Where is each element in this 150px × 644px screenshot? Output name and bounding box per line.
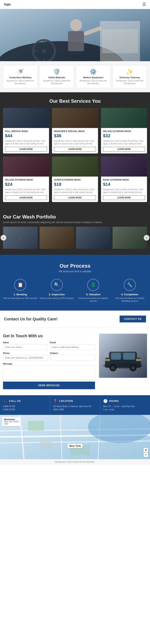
process-step-desc-0: Find out more about our SEO services bbox=[3, 297, 38, 300]
service-body-0: FULL SERVICE WASH $44 Sample text. Click… bbox=[3, 128, 49, 154]
svg-rect-11 bbox=[102, 29, 138, 53]
service-name-2: DELUXE EXTERIOR WASH bbox=[103, 130, 145, 132]
info-boxes-section: 📞 CALL US 8-800-70-5008-800-19-520 📍 LOC… bbox=[0, 395, 150, 415]
service-learn-more-4[interactable]: LEARN MORE bbox=[54, 196, 96, 200]
info-box-line-2-0: Mon -Fri .... 11 am – 8 pm Sat, Sun ... bbox=[103, 405, 147, 408]
svg-rect-34 bbox=[28, 421, 44, 431]
contact-us-button[interactable]: CONTACT US bbox=[120, 316, 146, 322]
process-step-desc-1: Find out more about our PPC services bbox=[40, 297, 74, 300]
service-image-3 bbox=[3, 156, 49, 176]
phone-input[interactable] bbox=[3, 355, 48, 360]
footer: Sample text. Click to select the Text El… bbox=[0, 459, 150, 465]
process-subtitle: We know your time is valuable bbox=[3, 270, 147, 273]
service-card-5: BASIC EXTERIOR WASH $14 Sample text. Cli… bbox=[101, 156, 147, 202]
feature-desc-1: Sample text. Click to select the Text El… bbox=[42, 80, 72, 85]
service-price-0: $44 bbox=[5, 133, 47, 138]
service-learn-more-2[interactable]: LEARN MORE bbox=[103, 147, 145, 152]
service-image-4 bbox=[52, 156, 98, 176]
message-input[interactable] bbox=[3, 366, 95, 380]
process-title: Our Process bbox=[3, 263, 147, 269]
service-learn-more-1[interactable]: LEARN MORE bbox=[54, 147, 96, 152]
car-image bbox=[99, 334, 147, 378]
feature-card-0: 🚿 Contactless Washing Sample text. Click… bbox=[3, 65, 38, 88]
service-price-3: $24 bbox=[5, 182, 47, 187]
info-box-line-1-1: 10021-3095 bbox=[53, 408, 97, 411]
feature-card-1: 🛡️ Safety Materials Sample text. Click t… bbox=[40, 65, 74, 88]
service-image-2 bbox=[101, 108, 147, 128]
map-city-label: New York bbox=[68, 444, 82, 448]
svg-point-21 bbox=[111, 366, 115, 370]
service-learn-more-5[interactable]: LEARN MORE bbox=[103, 196, 145, 200]
info-box-2: 🕐 HOURS Mon -Fri .... 11 am – 8 pm Sat, … bbox=[100, 395, 150, 415]
subject-input[interactable] bbox=[50, 355, 95, 360]
process-steps: 📋 1. Booking Find out more about our SEO… bbox=[3, 279, 147, 302]
feature-title-3: Extensive Cleaning bbox=[115, 76, 145, 79]
svg-rect-19 bbox=[123, 353, 135, 360]
logo: logo bbox=[4, 2, 11, 6]
portfolio-image-4 bbox=[113, 227, 147, 249]
process-step-1: 🔍 2. Inspection Find out more about our … bbox=[40, 279, 74, 302]
zoom-in-button[interactable]: + bbox=[144, 448, 148, 452]
process-step-icon-1: 🔍 bbox=[51, 279, 63, 291]
service-card-4: SUPER EXTERIOR WASH $18 Sample text. Cli… bbox=[52, 156, 98, 202]
process-step-title-3: 4. Completion bbox=[113, 293, 147, 296]
process-step-3: 🔧 4. Completion Find out more about our … bbox=[113, 279, 147, 302]
feature-card-2: ⚙️ Modern Equipment Sample text. Click t… bbox=[76, 65, 111, 88]
contact-form-left: Get In Touch With us Name Email Phone Su… bbox=[3, 334, 95, 389]
footer-note: Sample text. Click to select the Text El… bbox=[55, 461, 95, 463]
map-info-line2: USA bbox=[4, 423, 19, 425]
info-box-1: 📍 LOCATION 121 Rock Street, 21 Avenue, N… bbox=[50, 395, 100, 415]
feature-icon-3: ✨ bbox=[115, 68, 145, 75]
service-learn-more-3[interactable]: LEARN MORE bbox=[5, 196, 47, 200]
portfolio-desc: Lorem ipsum sit amet, consectetur adipis… bbox=[3, 221, 147, 224]
service-name-1: MANAGER'S SPECIAL WASH bbox=[54, 130, 96, 132]
service-name-5: BASIC EXTERIOR WASH bbox=[103, 178, 145, 181]
feature-title-0: Contactless Washing bbox=[5, 76, 35, 79]
process-step-icon-3: 🔧 bbox=[124, 279, 136, 291]
header: logo ☰ bbox=[0, 0, 150, 9]
service-price-2: $32 bbox=[103, 133, 145, 138]
map-section: Manhattan New York 10020 USA New York + … bbox=[0, 415, 150, 459]
info-box-title-1: LOCATION bbox=[59, 400, 73, 402]
service-body-1: MANAGER'S SPECIAL WASH $36 Sample text. … bbox=[52, 128, 98, 154]
carousel-right-button[interactable]: › bbox=[144, 235, 150, 240]
carousel-left-button[interactable]: ‹ bbox=[0, 235, 6, 240]
hamburger-icon[interactable]: ☰ bbox=[142, 2, 146, 7]
service-desc-1: Sample text. Click to select the text bo… bbox=[54, 140, 96, 145]
feature-icon-1: 🛡️ bbox=[42, 68, 72, 75]
contact-form-section: Get In Touch With us Name Email Phone Su… bbox=[0, 328, 150, 395]
info-box-icon-0: 📞 bbox=[3, 399, 7, 403]
service-learn-more-0[interactable]: LEARN MORE bbox=[5, 147, 47, 152]
svg-rect-24 bbox=[105, 359, 110, 361]
contact-banner-title: Contact Us for Quality Care! bbox=[4, 317, 58, 322]
feature-icon-0: 🚿 bbox=[5, 68, 35, 75]
svg-point-7 bbox=[70, 19, 82, 31]
name-input[interactable] bbox=[3, 344, 48, 350]
portfolio-image-2 bbox=[40, 227, 74, 249]
process-step-desc-3: Find out more about our Content Marketin… bbox=[113, 297, 147, 302]
process-step-2: 💲 3. Valuation Find out more about our A… bbox=[76, 279, 111, 302]
process-step-desc-2: Find out more about our Analytics servic… bbox=[76, 297, 111, 302]
message-label: Message bbox=[3, 362, 95, 365]
service-image-1 bbox=[52, 108, 98, 128]
feature-desc-2: Sample text. Click to select the Text El… bbox=[78, 80, 108, 85]
map-zoom-controls: + − bbox=[144, 448, 148, 457]
svg-text:🔧: 🔧 bbox=[19, 237, 22, 240]
process-step-icon-2: 💲 bbox=[87, 279, 99, 291]
process-step-icon-0: 📋 bbox=[14, 279, 26, 291]
service-desc-5: Sample text. Click to select the text bo… bbox=[103, 188, 145, 194]
info-box-line-2-1: 1 am – 8 pm bbox=[103, 408, 147, 411]
feature-title-1: Safety Materials bbox=[42, 76, 72, 79]
zoom-out-button[interactable]: − bbox=[144, 452, 148, 457]
info-box-title-2: HOURS bbox=[109, 400, 119, 402]
svg-rect-18 bbox=[111, 353, 121, 360]
service-image-5 bbox=[101, 156, 147, 176]
service-card-3: DELUXE EXTERIOR WASH $24 Sample text. Cl… bbox=[3, 156, 49, 202]
info-box-line-0-0: 8-800-70-500 bbox=[3, 405, 47, 408]
service-name-4: SUPER EXTERIOR WASH bbox=[54, 178, 96, 181]
form-row-name-email: Name Email bbox=[3, 341, 95, 350]
email-input[interactable] bbox=[50, 344, 95, 350]
map-info-line1: New York 10020 bbox=[4, 420, 19, 423]
send-message-button[interactable]: SEND MESSAGE bbox=[3, 382, 95, 389]
process-step-0: 📋 1. Booking Find out more about our SEO… bbox=[3, 279, 38, 302]
